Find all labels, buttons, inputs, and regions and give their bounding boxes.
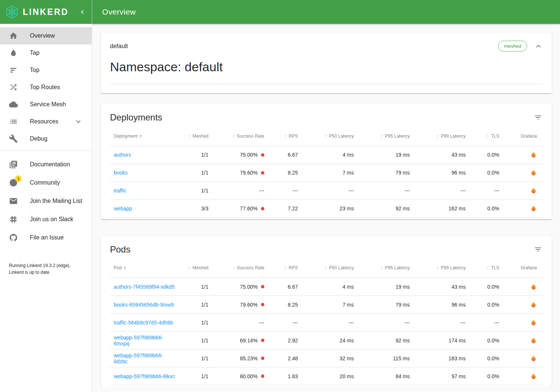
sidebar-item-slack[interactable]: Join us on Slack <box>0 210 92 228</box>
pods-table-body: authors-7f45589f94-xdkd5 1/1 75.00% 6.67… <box>110 278 543 385</box>
sidebar-item-top-routes[interactable]: Top Routes <box>0 79 92 96</box>
grafana-icon[interactable] <box>530 151 537 158</box>
pods-table: Pod↑ ↑Meshed ↑Success Rate ↑RPS ↑P50 Lat… <box>110 258 543 386</box>
col-header-p99[interactable]: ↑P99 Latency <box>412 126 468 146</box>
meshed-cell: 1/1 <box>179 314 211 332</box>
name-cell: webapp-597f989b66-8dzbc <box>110 349 179 367</box>
col-header-meshed[interactable]: ↑Meshed <box>179 258 211 278</box>
sidebar-item-documentation[interactable]: Documentation <box>0 155 92 173</box>
deployment-link[interactable]: traffic <box>114 188 126 194</box>
table-row: traffic 1/1 --- --- --- --- --- --- <box>110 182 543 200</box>
sidebar-item-overview[interactable]: Overview <box>0 27 92 44</box>
sort-icon: ↑ <box>284 265 287 271</box>
rps-cell: 6.67 <box>267 278 300 296</box>
status-dot <box>261 153 264 157</box>
deployment-link[interactable]: webapp <box>114 206 132 211</box>
sidebar-item-community[interactable]: 1 Community <box>0 173 92 192</box>
pod-link[interactable]: books-65945656db-5tvw9 <box>114 302 174 308</box>
status-dot <box>261 285 264 288</box>
meshed-cell: 1/1 <box>179 146 211 164</box>
sidebar: LINKERD Overview Tap Top Top Routes <box>0 0 92 392</box>
table-row: authors-7f45589f94-xdkd5 1/1 75.00% 6.67… <box>110 278 543 296</box>
collapse-section-button[interactable] <box>534 42 543 51</box>
sidebar-links: Documentation 1 Community Join the Maili… <box>0 154 92 247</box>
sidebar-item-file-issue[interactable]: File an Issue <box>0 228 92 247</box>
name-cell: books <box>110 164 179 182</box>
namespace-card: default meshed Namespace: default <box>101 32 552 93</box>
grafana-cell <box>501 278 543 296</box>
sidebar-item-tap[interactable]: Tap <box>0 44 92 62</box>
sidebar-item-debug[interactable]: Debug <box>0 130 92 147</box>
col-header-success-rate[interactable]: ↑Success Rate <box>211 126 267 146</box>
sort-icon: ↑ <box>232 133 235 139</box>
sidebar-collapse-button[interactable] <box>77 6 88 18</box>
pod-link[interactable]: webapp-597f989b66-l8kxc <box>114 373 175 379</box>
grafana-cell <box>501 182 543 200</box>
grafana-icon[interactable] <box>530 283 537 290</box>
col-header-rps[interactable]: ↑RPS <box>267 258 300 278</box>
app-root: LINKERD Overview Tap Top Top Routes <box>0 0 560 392</box>
meshed-cell: 1/1 <box>179 278 211 296</box>
col-header-deployment[interactable]: Deployment↑ <box>110 126 179 146</box>
p99-cell: 43 ms <box>412 278 468 296</box>
p95-cell: 79 ms <box>356 164 412 182</box>
meshed-chip: meshed <box>498 41 527 51</box>
deployment-link[interactable]: books <box>114 170 128 176</box>
pod-link[interactable]: traffic-564b9c9765-4dh6b <box>114 320 173 326</box>
grafana-icon[interactable] <box>530 301 537 308</box>
success-rate-cell: 77.60% <box>211 200 267 217</box>
p95-cell: 84 ms <box>356 367 412 385</box>
update-status-text: Linkerd is up to date. <box>9 269 86 276</box>
pod-link[interactable]: webapp-597f989b66-6mxpq <box>114 335 163 346</box>
name-cell: authors <box>110 146 179 164</box>
grafana-cell <box>501 146 543 164</box>
top-bar: Overview <box>92 0 560 24</box>
p95-cell: 19 ms <box>356 146 412 164</box>
deployments-table-body: authors 1/1 75.00% 6.67 4 ms 19 ms 43 ms… <box>110 146 543 217</box>
col-header-p99[interactable]: ↑P99 Latency <box>412 258 468 278</box>
col-header-tls[interactable]: ↑TLS <box>468 126 501 146</box>
sidebar-item-label: Top <box>30 67 40 73</box>
filter-icon[interactable] <box>533 113 543 122</box>
col-header-tls[interactable]: ↑TLS <box>468 258 501 278</box>
grafana-icon[interactable] <box>530 205 537 212</box>
sidebar-footer: Running Linkerd 19.3.2 (edge). Linkerd i… <box>0 262 92 276</box>
grafana-icon[interactable] <box>530 169 537 176</box>
pod-link[interactable]: authors-7f45589f94-xdkd5 <box>114 284 174 290</box>
list-icon <box>9 117 18 126</box>
sidebar-item-service-mesh[interactable]: Service Mesh <box>0 96 92 113</box>
col-header-pod[interactable]: Pod↑ <box>110 258 179 278</box>
sidebar-item-mailing-list[interactable]: Join the Mailing List <box>0 192 92 210</box>
p99-cell: --- <box>412 182 468 200</box>
col-header-rps[interactable]: ↑RPS <box>267 126 300 146</box>
pod-link[interactable]: webapp-597f989b66-8dzbc <box>114 352 163 364</box>
deployment-link[interactable]: authors <box>114 152 131 158</box>
rps-cell: 2.92 <box>267 332 300 349</box>
grafana-icon[interactable] <box>530 187 537 194</box>
community-badge: 1 <box>15 175 22 182</box>
sidebar-item-resources[interactable]: Resources <box>0 113 92 130</box>
filter-icon[interactable] <box>533 245 543 254</box>
rps-cell: 8.25 <box>267 164 300 182</box>
sidebar-item-label: Top Routes <box>30 84 60 91</box>
table-row: webapp-597f989b66-l8kxc 1/1 80.00% 1.83 … <box>110 367 543 385</box>
name-cell: authors-7f45589f94-xdkd5 <box>110 278 179 296</box>
col-header-p50[interactable]: ↑P50 Latency <box>300 258 356 278</box>
col-header-p50[interactable]: ↑P50 Latency <box>300 126 356 146</box>
grafana-icon[interactable] <box>530 355 537 362</box>
p99-cell: 162 ms <box>412 200 468 217</box>
col-header-success-rate[interactable]: ↑Success Rate <box>211 258 267 278</box>
p99-cell: 96 ms <box>412 296 468 314</box>
sidebar-item-top[interactable]: Top <box>0 62 92 79</box>
grafana-icon[interactable] <box>530 373 537 380</box>
sort-icon: ↑ <box>487 133 489 139</box>
grafana-icon[interactable] <box>530 337 537 344</box>
grafana-icon[interactable] <box>530 319 537 326</box>
col-header-p95[interactable]: ↑P95 Latency <box>356 126 412 146</box>
col-header-meshed[interactable]: ↑Meshed <box>179 126 211 146</box>
col-header-p95[interactable]: ↑P95 Latency <box>356 258 412 278</box>
grafana-cell <box>501 332 543 349</box>
sidebar-divider <box>0 150 92 151</box>
tls-cell: 0.0% <box>468 146 501 164</box>
name-cell: webapp-597f989b66-6mxpq <box>110 332 179 349</box>
